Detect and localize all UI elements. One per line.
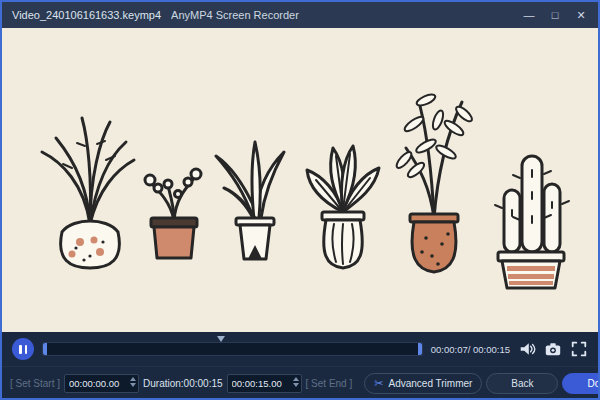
close-button[interactable]: ✕ — [568, 2, 594, 28]
set-end-button[interactable]: [ Set End ] — [306, 378, 353, 389]
plant-fern-bowl — [42, 118, 134, 268]
plants-illustration — [2, 28, 598, 332]
titlebar: Video_240106161633.keymp4 AnyMP4 Screen … — [2, 2, 598, 28]
pause-button[interactable] — [12, 338, 34, 360]
back-button[interactable]: Back — [486, 373, 558, 394]
plant-tall-terracotta — [394, 92, 474, 272]
plant-bushy-vase — [307, 146, 379, 268]
fullscreen-icon[interactable] — [570, 340, 588, 358]
window-controls: — □ ✕ — [516, 2, 594, 28]
scissors-icon: ✂ — [374, 378, 383, 389]
minimize-button[interactable]: — — [516, 2, 542, 28]
stepper-up-icon[interactable] — [293, 377, 299, 381]
advanced-trimmer-label: Advanced Trimmer — [388, 378, 472, 389]
end-time-stepper[interactable] — [293, 377, 299, 387]
app-window: Video_240106161633.keymp4 AnyMP4 Screen … — [0, 0, 600, 400]
stepper-up-icon[interactable] — [130, 377, 136, 381]
video-frame — [2, 28, 598, 332]
progress-slider[interactable] — [42, 342, 423, 356]
maximize-button[interactable]: □ — [542, 2, 568, 28]
volume-icon[interactable] — [518, 340, 536, 358]
playback-controls: 00:00:07/ 00:00:15 — [2, 332, 598, 366]
plant-leaf-cup — [216, 142, 284, 259]
window-title-filename: Video_240106161633.keymp4 — [12, 9, 161, 21]
window-title-appname: AnyMP4 Screen Recorder — [171, 9, 299, 21]
camera-icon[interactable] — [544, 340, 562, 358]
duration-label: Duration:00:00:15 — [143, 378, 223, 389]
plant-cactus — [495, 156, 569, 288]
start-time-stepper[interactable] — [130, 377, 136, 387]
set-start-button[interactable]: [ Set Start ] — [10, 378, 60, 389]
playhead[interactable] — [217, 336, 225, 342]
stepper-down-icon[interactable] — [130, 383, 136, 387]
end-time-field — [227, 374, 302, 393]
trim-start-handle[interactable] — [43, 343, 47, 355]
start-time-input[interactable] — [64, 374, 139, 393]
end-time-input[interactable] — [227, 374, 302, 393]
advanced-trimmer-button[interactable]: ✂ Advanced Trimmer — [364, 373, 482, 394]
stepper-down-icon[interactable] — [293, 383, 299, 387]
trim-end-handle[interactable] — [418, 343, 422, 355]
trim-toolbar: [ Set Start ] Duration:00:00:15 [ Set En… — [2, 366, 598, 399]
start-time-field — [64, 374, 139, 393]
pause-icon — [19, 345, 22, 354]
time-display: 00:00:07/ 00:00:15 — [431, 344, 510, 355]
done-button[interactable]: Done — [562, 373, 600, 394]
plant-berry-pot — [145, 169, 201, 258]
